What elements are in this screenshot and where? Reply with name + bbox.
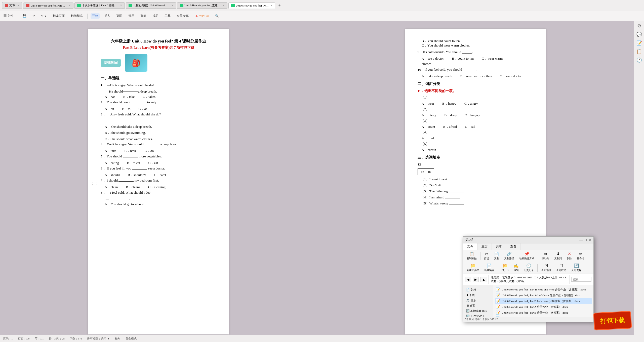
q11-g2-b: B．deep xyxy=(444,113,457,117)
tab-0-label: 文章 xyxy=(9,3,15,8)
status-words: 字数：978 xyxy=(70,337,82,340)
q11-g3-num: （3） xyxy=(421,118,533,123)
q8-options: A．You should go to school xyxy=(105,202,216,206)
fe-file-2[interactable]: 📝 Unit 6 How do you feel_ PartB Let's le… xyxy=(495,298,592,304)
q2-b: B．to xyxy=(122,107,131,111)
fe-history-btn[interactable]: 🕐历史记录 xyxy=(522,263,535,273)
new-tab-button[interactable]: + xyxy=(276,2,283,9)
q9-c: C．wear warm xyxy=(482,56,503,61)
fe-maximize[interactable]: □ xyxy=(585,238,587,242)
fe-copy-to-btn[interactable]: ⬇复制到 xyxy=(553,251,563,261)
fe-close[interactable]: ✕ xyxy=(589,238,591,242)
tab-1-close[interactable]: ✕ xyxy=(69,4,71,7)
download-badge[interactable]: 打包下载 xyxy=(593,311,632,330)
q11-g4-options: A．tired xyxy=(422,136,533,141)
toolbar-tools[interactable]: 工具 xyxy=(163,13,172,19)
fe-filelist: 📝 Unit 6 How do you feel_ Part B Read an… xyxy=(493,285,593,317)
toolbar-page[interactable]: 页面 xyxy=(115,13,124,19)
q11-g1-a: A．wear xyxy=(422,101,434,106)
fe-sidebar-c[interactable]: 💽 本地磁盘 (C:) xyxy=(465,308,491,314)
sidebar-icon-3[interactable]: 📝 xyxy=(636,40,642,46)
tab-2-close[interactable]: ✕ xyxy=(120,4,122,7)
toolbar-translate[interactable]: 翻译页面 xyxy=(51,13,66,19)
fe-move-btn[interactable]: ➡移动到 xyxy=(540,251,551,261)
fe-paste-shortcut-btn[interactable]: 📌粘贴快捷方式 xyxy=(518,251,536,261)
fe-file-3[interactable]: 📝 Unit 6 How do you feel_ PartA 分层作业（含答案… xyxy=(495,304,592,310)
tab-1-label: Unit 6 How do you feel Part A.pdf xyxy=(30,4,67,7)
fe-sidebar-music[interactable]: 🎵 音乐 xyxy=(465,298,491,303)
tab-3[interactable]: 【核心突破】Unit 6 How do you… ✕ xyxy=(126,2,176,9)
fe-forward-btn[interactable]: ▶ xyxy=(473,277,479,282)
q10-text: 10．If you feel cold, you should ________… xyxy=(418,68,477,71)
status-view[interactable]: 黄金模式 xyxy=(126,337,137,340)
fe-file-3-name: Unit 6 How do you feel_ PartA 分层作业（含答案）.… xyxy=(502,305,568,309)
sidebar-icon-1[interactable]: ⚙ xyxy=(637,23,641,29)
fe-back-btn[interactable]: ◀ xyxy=(465,277,471,282)
fe-selectall-btn[interactable]: ☑全部选择 xyxy=(540,263,553,273)
drag-handle[interactable]: ⋮⋮ xyxy=(90,182,99,187)
tab-3-label: 【核心突破】Unit 6 How do you… xyxy=(133,4,169,7)
fe-copypath-btn[interactable]: 🔗复制路径 xyxy=(503,251,516,261)
tab-4-label: Unit 6 How do you feel_素达标… xyxy=(184,4,221,7)
toolbar-search[interactable]: 🔍 xyxy=(214,14,220,18)
fe-delete-btn[interactable]: ✕删除 xyxy=(565,251,573,261)
fe-selectnone-btn[interactable]: ☐全部取消 xyxy=(555,263,568,273)
fe-edit-btn[interactable]: ✍编辑 xyxy=(512,263,520,273)
fe-cut-btn[interactable]: ✂剪切 xyxy=(482,251,491,261)
toolbar-ref[interactable]: 引用 xyxy=(127,13,136,19)
fe-tab-file[interactable]: 文件 xyxy=(463,243,477,250)
fe-sidebar: 📄 文档 ⬇ 下载 🎵 音乐 🖥 桌面 💽 本地磁盘 (C:) 💽 工作室 (D… xyxy=(463,285,493,317)
toolbar-redo[interactable]: ↪ ∨ xyxy=(39,14,48,18)
fe-file-1-name: Unit 6 How do you feel_ Part A Let's lea… xyxy=(502,293,581,297)
fe-copy-btn[interactable]: 📄复制 xyxy=(493,251,501,261)
toolbar-undo[interactable]: ↩ xyxy=(31,14,36,18)
toolbar-review[interactable]: 翻阅预览 xyxy=(69,13,84,19)
toolbar-view[interactable]: 视图 xyxy=(151,13,160,19)
q11-g5-options: A．breath xyxy=(422,148,533,152)
status-check[interactable]: 拼写检查：关闭 ▼ xyxy=(87,337,110,340)
fe-rename-btn[interactable]: ✏重命名 xyxy=(575,251,586,261)
toolbar-audit[interactable]: 审阅 xyxy=(139,13,148,19)
tab-1[interactable]: Unit 6 How do you feel Part A.pdf ✕ xyxy=(23,3,73,9)
fe-invert-btn[interactable]: 🔄反向选择 xyxy=(570,263,583,273)
tab-3-close[interactable]: ✕ xyxy=(171,4,173,7)
tab-0-close[interactable]: ✕ xyxy=(17,4,19,7)
fe-file-0-icon: 📝 xyxy=(496,287,500,292)
fe-search-input[interactable] xyxy=(571,277,591,282)
fe-newdir-btn[interactable]: 📁新建文件夹 xyxy=(465,263,481,273)
fe-tab-home[interactable]: 主页 xyxy=(477,243,492,250)
tab-2[interactable]: 【快乐暑假练】Unit 6 基础达标… ✕ xyxy=(74,2,125,9)
tab-4[interactable]: Unit 6 How do you feel_素达标… ✕ xyxy=(177,2,227,9)
fe-paste-btn[interactable]: 📋复制粘贴 xyxy=(465,251,478,261)
toolbar-start[interactable]: 开始 xyxy=(91,13,100,19)
fe-newitem-btn[interactable]: 📄新建项目 xyxy=(483,263,496,273)
fe-up-btn[interactable]: ▲ xyxy=(480,277,487,282)
toolbar-vip[interactable]: 会员专享 xyxy=(175,13,190,19)
tab-0[interactable]: 文章 ✕ xyxy=(2,2,22,9)
fe-sidebar-desktop[interactable]: 🖥 桌面 xyxy=(465,303,491,308)
fe-sidebar-d[interactable]: 💽 工作室 (D:) xyxy=(465,314,491,317)
fe-tab-share[interactable]: 共享 xyxy=(492,243,506,250)
sidebar-icon-5[interactable]: 🕐 xyxy=(636,57,642,63)
fe-open-btn[interactable]: 📂打开 ▾ xyxy=(500,263,510,273)
tab-0-icon xyxy=(5,4,8,7)
status-page: 页码：1 xyxy=(3,337,13,340)
section3-title: 三、选词填空 xyxy=(418,155,533,160)
toolbar-save[interactable]: 💾 xyxy=(21,14,28,18)
fe-sidebar-doc[interactable]: 📄 文档 xyxy=(465,287,491,292)
tab-5-close[interactable]: ✕ xyxy=(270,4,272,7)
sidebar-icon-4[interactable]: 📋 xyxy=(636,49,642,54)
fe-minimize[interactable]: — xyxy=(579,238,583,242)
fe-tab-view[interactable]: 查看 xyxy=(506,243,520,250)
toolbar-wpsai[interactable]: 🔺 WPS AI xyxy=(193,14,211,18)
toolbar-file[interactable]: ☰ 文件 xyxy=(2,13,15,19)
q3-num: 3． xyxy=(101,112,106,116)
tab-5[interactable]: Unit 6 How do you feel_Pr… ✕ xyxy=(228,3,275,9)
sidebar-icon-2[interactable]: 💬 xyxy=(636,32,642,37)
fe-file-4[interactable]: 📝 Unit 6 How do you feel_ PartB 分层作业（含答案… xyxy=(495,310,592,316)
fe-file-1[interactable]: 📝 Unit 6 How do you feel_ Part A Let's l… xyxy=(495,292,592,298)
tab-4-close[interactable]: ✕ xyxy=(223,4,225,7)
fe-file-0[interactable]: 📝 Unit 6 How do you feel_ Part B Read an… xyxy=(495,287,592,292)
toolbar-insert[interactable]: 插入 xyxy=(103,13,112,19)
fe-sidebar-download[interactable]: ⬇ 下载 xyxy=(465,292,491,298)
